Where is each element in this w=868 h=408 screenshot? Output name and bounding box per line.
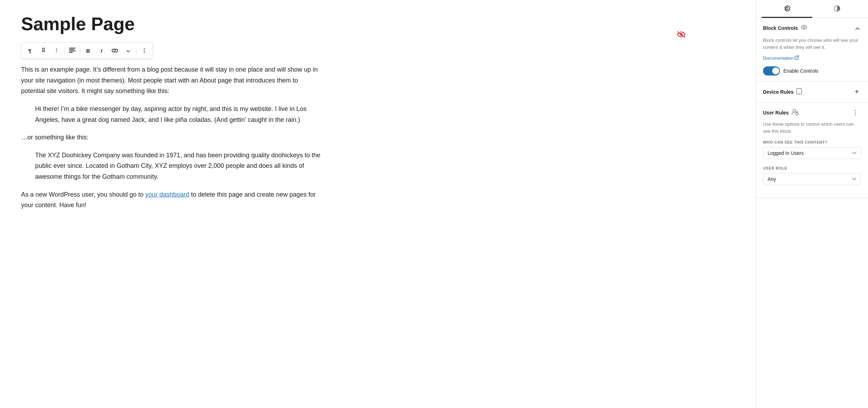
page-title: Sample Page bbox=[21, 14, 735, 34]
block-controls-header: Block Controls bbox=[763, 24, 861, 33]
device-rules-add-btn[interactable]: + bbox=[853, 87, 861, 97]
enable-controls-toggle[interactable] bbox=[763, 66, 780, 75]
user-role-label: USER ROLE bbox=[763, 166, 861, 170]
blockquote-2: The XYZ Doohickey Company was founded in… bbox=[35, 150, 323, 182]
link-btn[interactable] bbox=[108, 44, 121, 57]
tab-settings[interactable] bbox=[762, 0, 812, 18]
who-can-see-label: WHO CAN SEE THIS CONTENT? bbox=[763, 140, 861, 144]
documentation-link-text: Documentation bbox=[763, 55, 794, 61]
toolbar-divider-3 bbox=[136, 46, 136, 55]
user-rules-more-btn[interactable]: ⋮ bbox=[850, 108, 861, 117]
svg-rect-0 bbox=[69, 48, 75, 48]
chevron-up-icon bbox=[855, 27, 860, 30]
paragraph-2-before: As a new WordPress user, you should go t… bbox=[21, 191, 145, 198]
toolbar-divider-2 bbox=[80, 46, 80, 55]
documentation-link[interactable]: Documentation bbox=[763, 55, 799, 61]
device-rules-title: Device Rules bbox=[763, 89, 794, 95]
tab-style[interactable] bbox=[812, 0, 863, 18]
enable-controls-row: Enable Controls bbox=[763, 66, 861, 75]
move-btn[interactable] bbox=[50, 44, 63, 57]
block-controls-title-row: Block Controls bbox=[763, 25, 807, 31]
block-controls-collapse-btn[interactable] bbox=[854, 24, 861, 33]
dashboard-link[interactable]: your dashboard bbox=[145, 191, 189, 198]
drag-icon: ⠿ bbox=[41, 47, 45, 54]
editor-content: This is an example page. It’s different … bbox=[21, 64, 323, 211]
user-rules-description: Use these options to control which users… bbox=[763, 121, 861, 134]
device-rules-header: Device Rules + bbox=[763, 87, 861, 97]
bold-icon: B bbox=[86, 48, 90, 54]
bold-btn[interactable]: B bbox=[82, 44, 94, 57]
toolbar-divider-1 bbox=[64, 46, 65, 55]
gear-icon bbox=[783, 5, 790, 12]
svg-rect-3 bbox=[69, 52, 73, 53]
paragraph-icon: ¶ bbox=[28, 48, 31, 54]
editor-area: Sample Page ¶ ⠿ bbox=[0, 0, 756, 408]
paragraph-1[interactable]: This is an example page. It’s different … bbox=[21, 64, 323, 97]
user-role-select[interactable]: Any Administrator Editor Author Subscrib… bbox=[763, 173, 861, 185]
user-rules-title: User Rules bbox=[763, 110, 789, 116]
toggle-slider bbox=[763, 66, 780, 75]
italic-icon: I bbox=[101, 48, 102, 54]
device-rules-title-row: Device Rules bbox=[763, 88, 802, 96]
user-rules-title-row: User Rules bbox=[763, 109, 798, 117]
separator-text[interactable]: …or something like this: bbox=[21, 132, 323, 143]
svg-rect-1 bbox=[69, 49, 74, 50]
more-options-btn[interactable]: ⋮ bbox=[138, 44, 150, 57]
blockquote-2-text[interactable]: The XYZ Doohickey Company was founded in… bbox=[35, 150, 323, 182]
sidebar: Block Controls Block controls let you ch… bbox=[756, 0, 868, 408]
external-link-icon bbox=[795, 55, 799, 61]
svg-point-6 bbox=[803, 27, 805, 28]
svg-rect-2 bbox=[69, 51, 75, 51]
user-rules-icon bbox=[791, 109, 798, 117]
device-rules-section: Device Rules + bbox=[756, 81, 868, 103]
circle-half-icon bbox=[834, 5, 841, 12]
paragraph-2[interactable]: As a new WordPress user, you should go t… bbox=[21, 189, 323, 211]
link-icon bbox=[112, 48, 118, 54]
device-rules-icon bbox=[796, 88, 802, 96]
more-icon: ⋮ bbox=[852, 109, 859, 116]
svg-point-9 bbox=[793, 109, 796, 112]
block-toolbar: ¶ ⠿ B bbox=[21, 42, 153, 59]
block-controls-title: Block Controls bbox=[763, 25, 798, 31]
svg-rect-10 bbox=[796, 113, 798, 115]
sidebar-tabs bbox=[756, 0, 868, 18]
chevron-down-icon bbox=[126, 48, 130, 54]
align-icon bbox=[69, 48, 75, 54]
align-btn[interactable] bbox=[66, 44, 79, 57]
who-can-see-select[interactable]: Logged In Users Everyone Logged Out User… bbox=[763, 147, 861, 159]
visibility-indicator bbox=[677, 31, 685, 40]
block-controls-section: Block Controls Block controls let you ch… bbox=[756, 18, 868, 81]
more-options-icon: ⋮ bbox=[142, 47, 147, 54]
dropdown-btn[interactable] bbox=[122, 44, 134, 57]
svg-point-8 bbox=[799, 93, 800, 93]
enable-controls-label: Enable Controls bbox=[783, 68, 818, 74]
paragraph-btn[interactable]: ¶ bbox=[24, 44, 36, 57]
block-controls-description: Block controls let you choose who will s… bbox=[763, 37, 861, 51]
user-rules-section: User Rules ⋮ Use these options to contro… bbox=[756, 103, 868, 198]
italic-btn[interactable]: I bbox=[95, 44, 108, 57]
block-controls-eye-icon bbox=[801, 25, 807, 31]
user-rules-header: User Rules ⋮ bbox=[763, 108, 861, 117]
blockquote-1-text[interactable]: Hi there! I’m a bike messenger by day, a… bbox=[35, 104, 323, 125]
drag-btn[interactable]: ⠿ bbox=[37, 44, 50, 57]
move-icon bbox=[54, 47, 59, 54]
blockquote-1: Hi there! I’m a bike messenger by day, a… bbox=[35, 104, 323, 125]
